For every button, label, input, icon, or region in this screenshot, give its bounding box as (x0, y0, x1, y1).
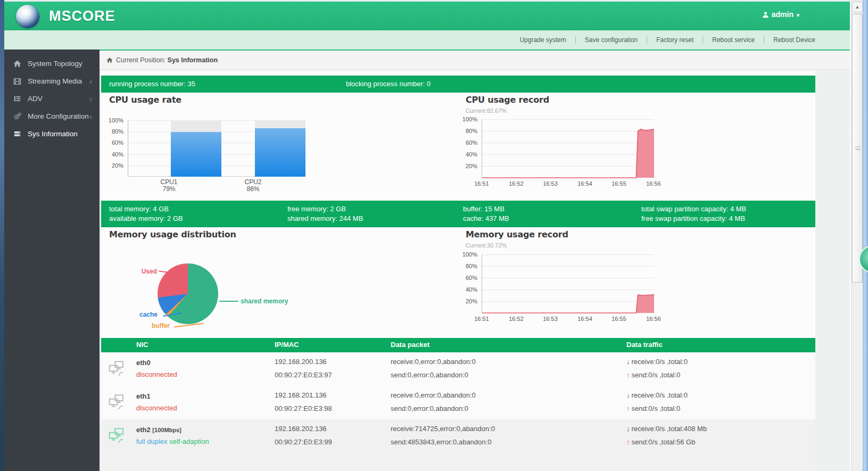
x-tick: 16:56 (642, 180, 665, 187)
cpu2-bar (255, 128, 305, 177)
cpu1-caption: CPU179% (144, 179, 194, 193)
traffic-receive: receive:0/s ,total:0 (626, 391, 688, 399)
sidebar-item-label: Sys Information (28, 130, 78, 138)
home-icon (13, 60, 22, 68)
traffic-receive: receive:0/s ,total:408 Mb (626, 425, 707, 433)
arrow-up-icon (626, 438, 630, 446)
nic-name: eth0 (136, 359, 151, 367)
save-configuration-button[interactable]: Save configuration (576, 36, 647, 44)
window-top-edge (4, 0, 863, 2)
gears-icon (13, 112, 22, 120)
window-border-right (863, 0, 868, 471)
x-tick: 16:53 (539, 180, 562, 187)
y-tick: 40% (456, 151, 477, 158)
breadcrumb: Current Position: Sys Information (100, 51, 850, 70)
pie-label-buffer: buffer (152, 322, 170, 329)
traffic-send: send:0/s ,total:0 (626, 404, 680, 412)
sidebar-item-more-configuration[interactable]: More Configuration (4, 108, 100, 125)
available-memory: available memory: 2 GB (109, 214, 183, 224)
chevron-left-icon (89, 112, 92, 121)
nic-table-header: NIC IP/MAC Data packet Data traffic (101, 338, 815, 352)
traffic-receive: receive:0/s ,total:0 (626, 358, 688, 366)
y-tick: 80% (102, 128, 123, 135)
packet-receive: receive:0,error:0,abandon:0 (391, 358, 476, 366)
y-tick: 80% (456, 263, 477, 269)
sidebar-item-label: Streaming Media (28, 77, 82, 85)
reboot-device-button[interactable]: Reboot Device (764, 36, 815, 44)
packet-send: send:0,error:0,abandon:0 (391, 371, 468, 379)
cpu-usage-record-title: CPU usage record (466, 95, 549, 105)
nic-status: disconnected (136, 370, 177, 378)
free-swap: free swap partition capacity: 4 MB (641, 214, 746, 224)
x-tick: 16:51 (470, 316, 493, 322)
nic-ip: 192.168.201.136 (275, 391, 327, 399)
nic-status: disconnected (136, 404, 177, 412)
y-tick: 100% (456, 251, 477, 258)
x-tick: 16:51 (470, 180, 493, 187)
network-adapter-icon (108, 360, 125, 378)
col-header-ipmac: IP/MAC (275, 341, 299, 349)
main-content: Current Position: Sys Information runnin… (100, 49, 850, 471)
process-info-bar: running process number: 35 blocking proc… (101, 76, 815, 93)
mscore-dashboard: MSCORE admin Upgrade system Save configu… (0, 0, 868, 471)
memory-current-value: Current:30.72% (466, 242, 507, 249)
table-row-eth1: eth1 disconnected 192.168.201.136 00:90:… (101, 386, 815, 419)
upgrade-system-button[interactable]: Upgrade system (510, 36, 575, 44)
brand-title: MSCORE (49, 8, 115, 24)
cpu-usage-rate-title: CPU usage rate (109, 95, 181, 105)
network-adapter-icon (108, 427, 125, 445)
memory-usage-record-title: Memory usage record (466, 229, 568, 239)
scroll-up-button[interactable] (852, 2, 863, 12)
sidebar-item-streaming-media[interactable]: Streaming Media (4, 72, 100, 90)
y-tick: 60% (456, 139, 477, 146)
sys-information-panel: running process number: 35 blocking proc… (101, 71, 815, 471)
buffer-size: buffer: 15 MB (463, 204, 509, 214)
y-tick: 20% (456, 163, 477, 169)
arrow-down-icon (626, 425, 630, 433)
network-adapter-icon (108, 393, 125, 412)
sidebar-item-sys-information[interactable]: Sys Information (4, 125, 100, 143)
col-header-data-packet: Data packet (391, 341, 429, 349)
cpu2-caption: CPU286% (228, 179, 278, 193)
memory-info-bar: total memory: 4 GB available memory: 2 G… (101, 201, 815, 227)
x-tick: 16:56 (642, 316, 665, 322)
nic-name: eth2 [100Mbps] (136, 426, 181, 434)
cpu1-bar (171, 132, 221, 177)
blocking-process-count: blocking process number: 0 (346, 80, 431, 88)
sidebar-item-system-topology[interactable]: System Topology (4, 55, 100, 72)
sidebar-item-label: System Topology (28, 60, 82, 68)
breadcrumb-current: Sys Information (168, 56, 218, 64)
x-tick: 16:55 (607, 180, 631, 187)
y-tick: 100% (102, 117, 123, 123)
total-swap: total swap partition capacity: 4 MB (641, 204, 746, 214)
system-toolbar: Upgrade system Save configuration Factor… (4, 30, 850, 49)
factory-reset-button[interactable]: Factory reset (647, 36, 702, 44)
vertical-scrollbar[interactable] (851, 2, 863, 471)
running-process-count: running process number: 35 (109, 80, 195, 88)
reboot-service-button[interactable]: Reboot service (703, 36, 764, 44)
user-icon (762, 11, 769, 20)
packet-send: send:4853843,error:0,abandon:0 (391, 438, 491, 446)
chevron-left-icon (89, 77, 92, 86)
y-tick: 20% (456, 298, 477, 304)
sidebar-item-adv[interactable]: ADV (4, 90, 100, 108)
arrow-down-icon (626, 391, 630, 399)
table-row-eth0: eth0 disconnected 192.168.200.136 00:90:… (101, 352, 815, 386)
table-row-eth2: eth2 [100Mbps] full duplex self-adaption… (101, 419, 815, 471)
breadcrumb-prefix: Current Position: (116, 56, 168, 64)
cpu-current-value: Current:82.67% (466, 108, 507, 114)
x-tick: 16:53 (539, 316, 562, 322)
pie-leader-line (219, 301, 238, 302)
nic-status: full duplex self-adaption (136, 437, 209, 445)
y-tick: 20% (102, 162, 123, 169)
nic-name: eth1 (136, 392, 151, 400)
cpu-usage-rate-chart (128, 120, 294, 177)
scrollbar-thumb[interactable] (852, 14, 863, 283)
packet-receive: receive:0,error:0,abandon:0 (391, 391, 476, 399)
shared-memory: shared memory: 244 MB (287, 214, 363, 224)
user-menu[interactable]: admin (762, 10, 799, 20)
cpu1-bar-track (171, 120, 221, 177)
nic-mac: 00:90:27:E0:E3:99 (275, 438, 332, 446)
scrollbar-grip (855, 146, 861, 150)
globe-logo-icon (16, 5, 39, 28)
